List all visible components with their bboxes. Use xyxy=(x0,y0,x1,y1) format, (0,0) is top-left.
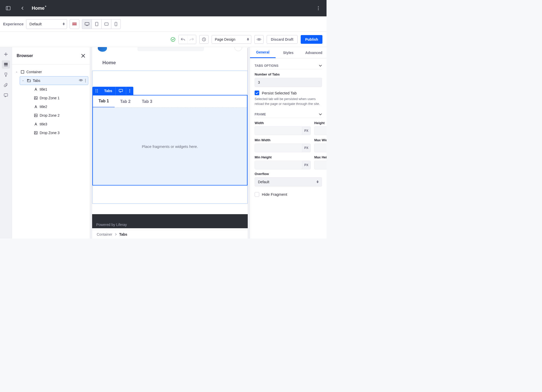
tree-item-label: title1 xyxy=(40,87,47,91)
tree-item-container[interactable]: -Container xyxy=(14,68,88,76)
square-icon xyxy=(21,70,24,74)
kebab-menu-button[interactable] xyxy=(313,3,323,13)
svg-rect-5 xyxy=(85,23,89,25)
redo-button[interactable] xyxy=(187,35,196,44)
selection-comments-button[interactable] xyxy=(116,87,126,95)
collapse-toggle[interactable]: - xyxy=(15,70,19,74)
persist-checkbox-row[interactable]: Persist Selected Tab xyxy=(255,91,322,95)
properties-panel: GeneralStylesAdvanced Tabs Options Numbe… xyxy=(250,47,327,238)
tree-item-title1[interactable]: title1 xyxy=(27,85,88,94)
device-desktop-button[interactable] xyxy=(82,19,92,29)
visibility-toggle[interactable] xyxy=(79,79,83,82)
experience-bar: Experience Default xyxy=(0,16,327,32)
eye-icon xyxy=(257,38,261,41)
field-label: Min Width xyxy=(255,138,311,142)
dimension-input[interactable] xyxy=(255,127,302,135)
number-of-tabs-input[interactable] xyxy=(255,78,322,87)
browser-header: Browser xyxy=(12,47,90,64)
close-panel-button[interactable] xyxy=(81,54,85,58)
svg-rect-13 xyxy=(4,63,8,64)
hide-fragment-row[interactable]: Hide Fragment xyxy=(255,192,322,197)
history-button[interactable] xyxy=(199,35,209,44)
canvas[interactable]: Home Tabs Tab 1Ta xyxy=(92,47,248,238)
svg-rect-0 xyxy=(6,6,10,10)
tree-item-title2[interactable]: title2 xyxy=(27,102,88,111)
svg-rect-17 xyxy=(21,71,24,73)
device-mobile-button[interactable] xyxy=(111,19,121,29)
overflow-select[interactable]: Default xyxy=(255,177,322,187)
edit-mode-dropdown[interactable]: Page Design xyxy=(212,35,251,44)
svg-rect-16 xyxy=(4,94,8,96)
container-outline[interactable]: Tabs Tab 1Tab 2Tab 3 Place fragments or … xyxy=(92,71,248,204)
selection-name[interactable]: Tabs xyxy=(101,87,115,95)
canvas-tab-3[interactable]: Tab 3 xyxy=(136,95,158,107)
chevron-down-icon xyxy=(319,113,322,115)
tree-item-title3[interactable]: title3 xyxy=(27,120,88,128)
caret-updown-icon xyxy=(317,180,319,183)
preview-button[interactable] xyxy=(254,35,264,44)
rail-add-button[interactable] xyxy=(2,50,10,58)
drag-handle[interactable] xyxy=(92,87,101,95)
svg-rect-8 xyxy=(105,23,108,25)
discard-draft-button[interactable]: Discard Draft xyxy=(267,35,298,44)
tabs-fragment-selected[interactable]: Tab 1Tab 2Tab 3 Place fragments or widge… xyxy=(92,95,247,186)
svg-point-25 xyxy=(35,97,36,98)
selection-more-button[interactable] xyxy=(126,87,133,95)
props-tab-general[interactable]: General xyxy=(250,47,276,58)
dimension-input[interactable] xyxy=(315,127,327,135)
tree-item-label: Tabs xyxy=(33,79,40,83)
back-button[interactable] xyxy=(17,3,28,13)
section-frame[interactable]: Frame xyxy=(255,111,322,118)
undo-redo-group xyxy=(178,35,196,44)
tree-item-label: title3 xyxy=(40,122,47,126)
dimension-input[interactable] xyxy=(315,161,327,169)
experience-dropdown[interactable]: Default xyxy=(26,19,67,29)
locale-button[interactable] xyxy=(70,19,79,29)
overflow-label: Overflow xyxy=(255,172,322,176)
canvas-tab-2[interactable]: Tab 2 xyxy=(115,95,136,107)
svg-point-29 xyxy=(35,132,36,133)
panel-toggle-button[interactable] xyxy=(3,3,13,13)
publish-button[interactable]: Publish xyxy=(301,35,322,44)
svg-rect-7 xyxy=(95,22,98,26)
drop-icon xyxy=(34,96,38,100)
tree-item-dz1[interactable]: Drop Zone 1 xyxy=(27,94,88,102)
section-tabs-options[interactable]: Tabs Options xyxy=(255,62,322,69)
undo-button[interactable] xyxy=(179,35,187,44)
rail-comments-button[interactable] xyxy=(2,91,10,99)
rail-content-button[interactable] xyxy=(2,81,10,89)
dimension-input[interactable] xyxy=(315,144,327,152)
tab-dropzone[interactable]: Place fragments or widgets here. xyxy=(93,108,247,185)
site-logo xyxy=(98,47,107,52)
drop-icon xyxy=(34,114,38,117)
breadcrumb-current: Tabs xyxy=(119,232,127,236)
canvas-page-heading: Home xyxy=(92,55,248,71)
tree-item-tabs[interactable]: -Tabs xyxy=(20,76,88,85)
svg-point-10 xyxy=(171,37,175,41)
tree-item-label: Drop Zone 3 xyxy=(40,131,60,135)
dimension-input[interactable] xyxy=(255,144,302,152)
publish-label: Publish xyxy=(305,37,318,41)
breadcrumb-parent[interactable]: Container xyxy=(97,232,112,236)
svg-point-34 xyxy=(96,92,96,93)
collapse-toggle[interactable]: - xyxy=(21,79,25,83)
canvas-tab-1[interactable]: Tab 1 xyxy=(93,95,115,107)
tree-item-menu[interactable] xyxy=(85,79,86,82)
device-preview-group xyxy=(82,19,121,29)
unit-label[interactable]: PX xyxy=(302,161,310,169)
device-tablet-landscape-button[interactable] xyxy=(101,19,111,29)
main-area: Browser -Container-Tabstitle1Drop Zone 1… xyxy=(0,47,327,238)
props-tab-advanced[interactable]: Advanced xyxy=(301,47,327,58)
unit-label[interactable]: PX xyxy=(302,127,310,135)
dimension-input[interactable] xyxy=(255,161,302,169)
device-tablet-button[interactable] xyxy=(92,19,101,29)
comment-icon xyxy=(119,89,123,93)
svg-point-3 xyxy=(318,8,319,8)
tree-item-dz3[interactable]: Drop Zone 3 xyxy=(27,128,88,137)
unit-label[interactable]: PX xyxy=(302,144,310,152)
rail-design-button[interactable] xyxy=(2,71,10,79)
discard-label: Discard Draft xyxy=(271,37,294,41)
rail-browser-button[interactable] xyxy=(2,60,10,69)
props-tab-styles[interactable]: Styles xyxy=(276,47,301,58)
tree-item-dz2[interactable]: Drop Zone 2 xyxy=(27,111,88,120)
